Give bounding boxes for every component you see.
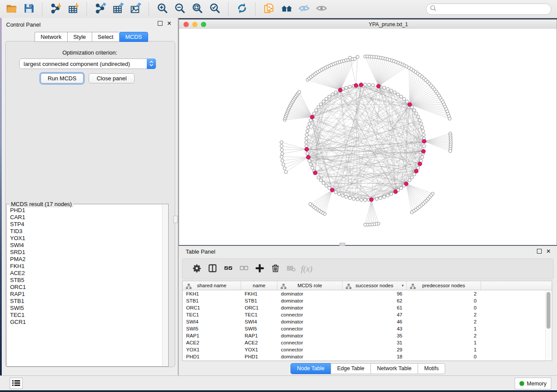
leaf-node[interactable]: [283, 167, 286, 170]
ring-node[interactable]: [422, 133, 425, 136]
add-column-button[interactable]: [252, 261, 267, 277]
mcds-result-item[interactable]: RAP1: [10, 291, 163, 298]
tab-network-table[interactable]: Network Table: [370, 363, 418, 374]
delete-column-button[interactable]: [267, 261, 283, 277]
tab-mcds[interactable]: MCDS: [119, 32, 148, 42]
ring-node[interactable]: [338, 193, 341, 196]
clone-network-button[interactable]: [260, 2, 278, 17]
task-history-button[interactable]: [10, 378, 23, 389]
ring-node[interactable]: [345, 86, 348, 89]
leaf-node[interactable]: [281, 152, 284, 155]
mcds-result-list[interactable]: PHD1CAR1STP4TID3YOX1SWI4SRD1PMA2FKH1ACE2…: [7, 207, 163, 366]
table-row[interactable]: SWI4SWI4dominator462: [183, 318, 552, 325]
ring-node[interactable]: [422, 130, 425, 133]
mcds-result-item[interactable]: STP4: [10, 221, 163, 228]
column-header-predecessor-nodes[interactable]: predecessor nodes: [407, 281, 481, 290]
zoom-fit-button[interactable]: [189, 2, 206, 17]
ring-node[interactable]: [413, 109, 416, 112]
deselect-all-rows-button[interactable]: [236, 261, 252, 277]
ring-node[interactable]: [411, 176, 414, 179]
window-close-button[interactable]: [183, 22, 189, 27]
mcds-hub-node[interactable]: [414, 169, 418, 173]
zoom-in-button[interactable]: [154, 2, 171, 17]
ring-node[interactable]: [421, 156, 424, 159]
ring-node[interactable]: [386, 194, 389, 197]
mcds-result-item[interactable]: SRD1: [10, 249, 163, 256]
column-header-name[interactable]: name: [241, 281, 277, 290]
ring-node[interactable]: [305, 133, 308, 136]
ring-node[interactable]: [334, 191, 337, 194]
mcds-result-item[interactable]: YOX1: [10, 235, 163, 242]
ring-node[interactable]: [341, 194, 344, 197]
ring-node[interactable]: [413, 173, 416, 176]
leaf-node[interactable]: [363, 223, 367, 226]
ring-node[interactable]: [319, 179, 322, 182]
criterion-dropdown[interactable]: largest connected component (undirected): [19, 58, 156, 69]
ring-node[interactable]: [307, 126, 310, 129]
ring-node[interactable]: [405, 100, 408, 103]
column-header-successor-nodes[interactable]: successor nodes▾: [343, 281, 407, 290]
mcds-hub-node[interactable]: [306, 155, 310, 159]
ring-node[interactable]: [348, 196, 351, 199]
close-panel-icon[interactable]: ✕: [167, 21, 172, 25]
ring-node[interactable]: [328, 95, 331, 98]
leaf-node[interactable]: [449, 149, 452, 152]
leaf-node[interactable]: [280, 148, 284, 151]
mcds-result-item[interactable]: GCR1: [10, 319, 163, 326]
ring-node[interactable]: [315, 109, 318, 112]
tab-edge-table[interactable]: Edge Table: [331, 363, 370, 374]
table-settings-button[interactable]: [189, 261, 204, 277]
ring-node[interactable]: [396, 93, 399, 96]
mcds-hub-node[interactable]: [404, 182, 408, 186]
network-canvas[interactable]: [179, 29, 557, 245]
ring-node[interactable]: [363, 83, 367, 86]
import-network-button[interactable]: [47, 2, 65, 17]
table-row[interactable]: ORC1ORC1dominator610: [183, 304, 552, 311]
mcds-hub-node[interactable]: [354, 83, 358, 87]
leaf-node[interactable]: [356, 55, 359, 58]
mcds-hub-node[interactable]: [394, 190, 398, 194]
table-row[interactable]: PHD1PHD1dominator180: [183, 353, 552, 360]
ring-node[interactable]: [334, 91, 337, 94]
ring-node[interactable]: [363, 198, 367, 201]
mcds-hub-node[interactable]: [418, 162, 422, 166]
ring-node[interactable]: [390, 193, 393, 196]
leaf-node[interactable]: [448, 117, 451, 120]
mcds-result-item[interactable]: SWI5: [10, 305, 163, 312]
ring-node[interactable]: [416, 166, 419, 169]
ring-node[interactable]: [393, 91, 396, 94]
mcds-hub-node[interactable]: [338, 88, 342, 92]
leaf-node[interactable]: [280, 144, 283, 148]
ring-node[interactable]: [415, 112, 418, 115]
leaf-node[interactable]: [348, 56, 351, 59]
mcds-result-item[interactable]: FKH1: [10, 263, 163, 270]
mcds-result-item[interactable]: TID3: [10, 228, 163, 235]
horizontal-splitter-handle[interactable]: [339, 243, 345, 246]
ring-node[interactable]: [422, 144, 426, 148]
leaf-node[interactable]: [281, 159, 284, 162]
ring-node[interactable]: [317, 106, 320, 109]
ring-node[interactable]: [419, 122, 422, 125]
mcds-result-item[interactable]: CAR1: [10, 214, 163, 221]
ring-node[interactable]: [408, 179, 411, 182]
ring-node[interactable]: [331, 93, 334, 96]
leaf-node[interactable]: [353, 57, 356, 60]
ring-node[interactable]: [308, 159, 311, 162]
ring-node[interactable]: [317, 176, 320, 179]
ring-node[interactable]: [308, 122, 311, 125]
ring-node[interactable]: [371, 84, 374, 87]
ring-node[interactable]: [311, 166, 314, 169]
import-table-button[interactable]: [65, 2, 82, 17]
zoom-selected-button[interactable]: [206, 2, 224, 17]
leaf-node[interactable]: [410, 211, 413, 214]
table-scrollbar-thumb[interactable]: [547, 292, 550, 329]
mcds-hub-node[interactable]: [310, 115, 314, 119]
mcds-result-item[interactable]: ORC1: [10, 284, 163, 291]
tab-motifs[interactable]: Motifs: [418, 363, 445, 374]
ring-node[interactable]: [322, 100, 325, 103]
table-row[interactable]: YOX1YOX1connector291: [183, 346, 552, 353]
mcds-result-scrollbar[interactable]: [162, 205, 168, 366]
tab-network[interactable]: Network: [35, 32, 67, 42]
ring-node[interactable]: [304, 141, 308, 144]
ring-node[interactable]: [345, 195, 348, 198]
